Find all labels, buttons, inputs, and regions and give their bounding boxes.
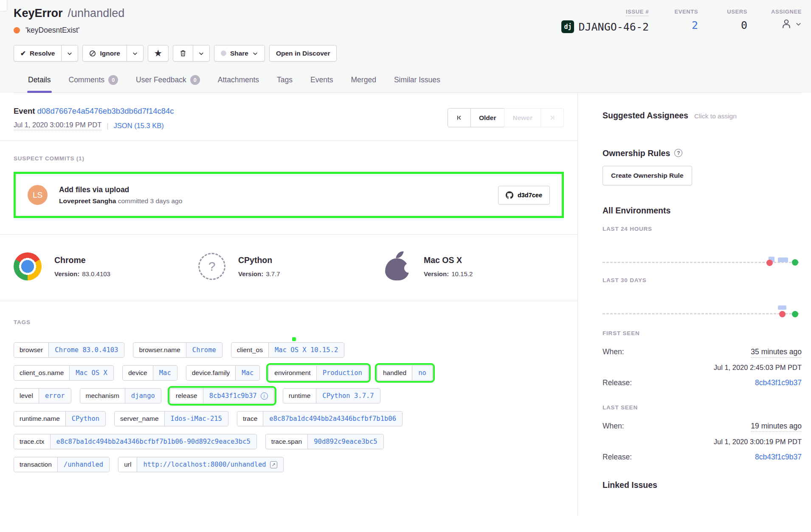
commit-time: committed 3 days ago [118, 197, 183, 204]
suspect-commit-row: LS Add files via upload Lovepreet Sangha… [14, 172, 564, 218]
window-corner-fragment [0, 0, 7, 11]
older-label: Older [479, 114, 496, 122]
tag-value-link[interactable]: Idos-iMac-215 [165, 412, 228, 426]
error-level-dot-icon [14, 27, 20, 34]
tab-details[interactable]: Details [27, 73, 52, 92]
stat-users: USERS 0 [722, 8, 747, 33]
events-count[interactable]: 2 [692, 19, 698, 31]
event-json-link[interactable]: JSON (15.3 KB) [114, 122, 164, 130]
tab-merged[interactable]: Merged [350, 73, 377, 92]
tag-value-link[interactable]: e8c87ba1dc494bb2a4346bcfbf7b1b06 [263, 412, 402, 426]
tag-value-text: no [418, 369, 426, 377]
help-icon[interactable]: ? [674, 149, 682, 157]
commit-sha-button[interactable]: d3d7cee [498, 186, 550, 204]
tag-value-link[interactable]: CPython 3.7.7 [316, 389, 380, 403]
chevron-down-icon [198, 50, 204, 56]
skip-to-first-icon [456, 115, 462, 121]
last-seen-absolute: Jul 1, 2020 3:00:19 PM PDT [603, 438, 802, 446]
release-label: Release: [603, 378, 632, 387]
tag-level: levelerror [14, 388, 71, 403]
ignore-dropdown-button[interactable] [127, 45, 144, 62]
tag-client_os.name: client_os.nameMac OS X [14, 365, 114, 381]
event-id-link[interactable]: d08d7667e4a5476eb3b3db6d7f14c84c [37, 106, 174, 115]
tag-value-text: Mac OS X [76, 369, 107, 377]
bookmark-button[interactable]: ★ [148, 45, 169, 62]
unknown-runtime-icon: ? [198, 253, 225, 280]
commit-sha: d3d7cee [518, 192, 542, 199]
oldest-event-button[interactable] [448, 108, 471, 127]
tag-value-link[interactable]: Mac [153, 366, 177, 380]
tag-key: release [170, 389, 203, 403]
tab-count-badge: 0 [108, 75, 118, 85]
skip-to-latest-button[interactable] [541, 108, 564, 127]
tag-value-text: 8cb43f1c9b37 [209, 392, 257, 400]
tag-key: client_os.name [14, 366, 70, 380]
tab-comments[interactable]: Comments0 [68, 73, 119, 92]
tag-value-text: CPython [72, 415, 99, 423]
external-link-icon[interactable]: ↗ [270, 461, 277, 468]
version-value: 83.0.4103 [82, 270, 110, 277]
delete-button[interactable] [173, 45, 193, 62]
tag-release: release8cb43f1c9b37i [170, 388, 274, 403]
tab-tags[interactable]: Tags [276, 73, 293, 92]
tag-value-text: Mac [159, 369, 171, 377]
tag-value-link[interactable]: Chrome 83.0.4103 [49, 343, 124, 357]
tag-value-text: e8c87ba1dc494bb2a4346bcfbf7b1b06-90d892c… [56, 438, 251, 445]
tab-user-feedback[interactable]: User Feedback0 [135, 73, 201, 92]
tag-value-link[interactable]: CPython [66, 412, 105, 426]
tag-key: mechanism [80, 389, 125, 403]
chevron-down-icon [132, 50, 138, 56]
context-browser: Chrome Version:83.0.4103 [14, 252, 198, 281]
open-in-discover-button[interactable]: Open in Discover [269, 45, 337, 62]
suggested-assignees-title: Suggested Assignees [603, 111, 688, 120]
resolve-button[interactable]: ✔ Resolve [14, 45, 62, 62]
tag-value-link[interactable]: django [125, 389, 161, 403]
first-seen-dot [766, 260, 773, 266]
tag-value-link[interactable]: Mac [236, 366, 259, 380]
tab-attachments[interactable]: Attachments [217, 73, 260, 92]
newer-event-button[interactable]: Newer [504, 108, 541, 127]
tag-value-text: e8c87ba1dc494bb2a4346bcfbf7b1b06 [269, 415, 396, 423]
tag-value-link[interactable]: /unhandled [58, 457, 109, 472]
tag-value-link[interactable]: no [412, 366, 432, 380]
tag-browser.name: browser.nameChrome [133, 342, 222, 358]
tab-similar-issues[interactable]: Similar Issues [393, 73, 441, 92]
tag-value-link[interactable]: 8cb43f1c9b37i [203, 389, 274, 403]
tab-events[interactable]: Events [310, 73, 334, 92]
create-ownership-rule-button[interactable]: Create Ownership Rule [603, 166, 692, 185]
tag-value-text: 90d892c9eace3bc5 [314, 438, 377, 445]
tag-value-text: Idos-iMac-215 [171, 415, 222, 423]
delete-dropdown-button[interactable] [193, 45, 210, 62]
tag-value-link[interactable]: error [39, 389, 71, 403]
tag-value-text: django [131, 392, 155, 400]
chevron-down-icon [67, 50, 73, 56]
last-seen-release-link[interactable]: 8cb43f1c9b37 [755, 453, 802, 462]
issue-number-value[interactable]: dj DJANGO-46-2 [561, 20, 649, 33]
resolve-dropdown-button[interactable] [61, 45, 78, 62]
tag-trace: tracee8c87ba1dc494bb2a4346bcfbf7b1b06 [237, 411, 403, 426]
tag-value-link[interactable]: 90d892c9eace3bc5 [308, 434, 383, 449]
tag-environment: environmentProduction [268, 365, 369, 381]
assignee-dropdown[interactable] [780, 17, 802, 30]
tag-value-link[interactable]: Production [317, 366, 368, 380]
share-button[interactable]: Share [214, 45, 265, 62]
tag-value-link[interactable]: e8c87ba1dc494bb2a4346bcfbf7b1b06-90d892c… [51, 434, 256, 449]
last-seen-heading: LAST SEEN [603, 404, 802, 411]
older-event-button[interactable]: Older [470, 108, 504, 127]
users-count: 0 [741, 19, 747, 31]
tab-count-badge: 0 [190, 75, 200, 85]
ignore-button[interactable]: Ignore [82, 45, 127, 62]
tab-label: Tags [277, 76, 293, 84]
last-seen-dot [792, 311, 798, 317]
tag-value-link[interactable]: Mac OS X 10.15.2 [269, 343, 344, 357]
tag-runtime.name: runtime.nameCPython [14, 411, 106, 426]
tag-handled: handledno [377, 365, 433, 381]
first-seen-release-link[interactable]: 8cb43f1c9b37 [755, 378, 802, 387]
tab-label: Similar Issues [394, 76, 440, 84]
tag-value-link[interactable]: Chrome [186, 343, 222, 357]
info-icon[interactable]: i [261, 392, 268, 400]
context-runtime: ? CPython Version:3.7.7 [198, 252, 383, 281]
tag-value-link[interactable]: Mac OS X [70, 366, 113, 380]
tag-value-link[interactable]: http://localhost:8000/unhandled↗ [137, 457, 283, 472]
tag-value-text: http://localhost:8000/unhandled [143, 461, 266, 468]
